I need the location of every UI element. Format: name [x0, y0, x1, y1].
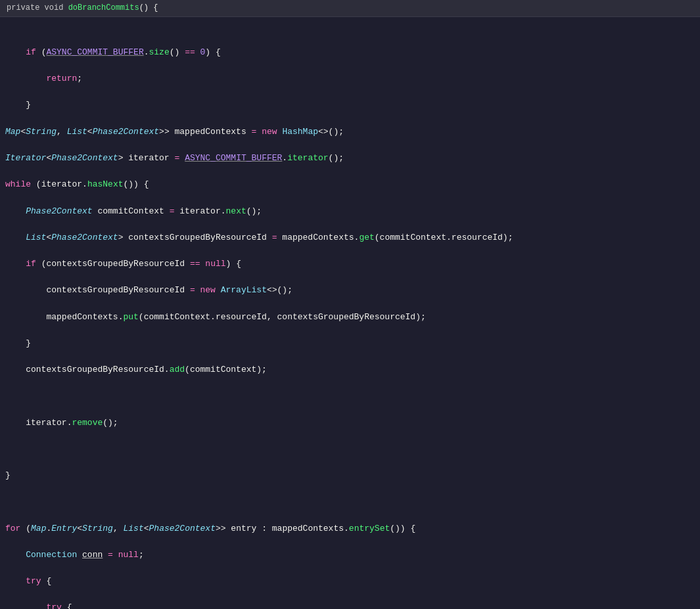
line-19: for (Map.Entry<String, List<Phase2Contex…: [0, 522, 700, 535]
header-bar: private void doBranchCommits() {: [0, 0, 700, 17]
line-13: contextsGroupedByResourceId.add(commitCo…: [0, 363, 700, 376]
line-14: [0, 390, 700, 403]
header-text: private void doBranchCommits() {: [7, 3, 158, 12]
code-content: if (ASYNC_COMMIT_BUFFER.size() == 0) { r…: [0, 17, 700, 609]
code-editor: private void doBranchCommits() { if (ASY…: [0, 0, 700, 609]
line-11: mappedContexts.put(commitContext.resourc…: [0, 311, 700, 324]
line-5: Iterator<Phase2Context> iterator = ASYNC…: [0, 152, 700, 165]
line-3: }: [0, 99, 700, 112]
line-2: return;: [0, 72, 700, 85]
line-4: Map<String, List<Phase2Context>> mappedC…: [0, 125, 700, 139]
line-18: [0, 495, 700, 508]
line-15: iterator.remove();: [0, 417, 700, 430]
line-1: if (ASYNC_COMMIT_BUFFER.size() == 0) {: [0, 46, 700, 59]
line-9: if (contextsGroupedByResourceId == null)…: [0, 258, 700, 271]
line-16: [0, 443, 700, 456]
line-20: Connection conn = null;: [0, 549, 700, 562]
line-21: try {: [0, 575, 700, 588]
line-6: while (iterator.hasNext()) {: [0, 178, 700, 191]
line-7: Phase2Context commitContext = iterator.n…: [0, 205, 700, 218]
line-22: try {: [0, 601, 700, 609]
line-10: contextsGroupedByResourceId = new ArrayL…: [0, 284, 700, 297]
line-17: }: [0, 469, 700, 482]
line-12: }: [0, 337, 700, 350]
line-8: List<Phase2Context> contextsGroupedByRes…: [0, 231, 700, 244]
